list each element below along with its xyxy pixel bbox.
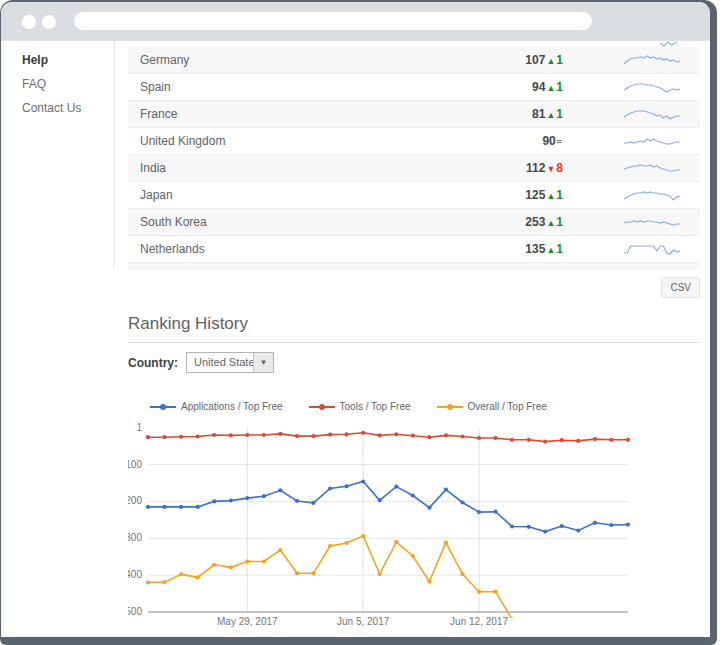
table-row[interactable]: United Kingdom90=	[128, 128, 700, 155]
up-indicator-icon: ▲	[545, 110, 556, 120]
sparkline-chart	[624, 107, 680, 121]
ranking-history-chart: 1100200300400500May 29, 2017Jun 5, 2017J…	[128, 422, 700, 637]
rank-value: 125▲1	[463, 188, 563, 202]
table-row[interactable]: Germany107▲1	[128, 47, 700, 74]
sparkline-chart	[624, 215, 680, 229]
browser-window: Help FAQ Contact Us Germany107▲1Spain94▲…	[1, 2, 710, 637]
sparkline-chart	[624, 242, 680, 256]
legend-item[interactable]: Overall / Top Free	[437, 401, 547, 412]
rank-change: 1	[556, 80, 563, 94]
up-indicator-icon: ▲	[545, 245, 556, 255]
svg-text:1: 1	[136, 422, 142, 433]
legend-item[interactable]: Applications / Top Free	[150, 401, 283, 412]
sparkline-fragment	[660, 41, 678, 47]
rank-value: 107▲1	[463, 53, 563, 67]
country-name: South Korea	[128, 215, 463, 229]
browser-frame: Help FAQ Contact Us Germany107▲1Spain94▲…	[0, 0, 717, 645]
table-row[interactable]: Spain94▲1	[128, 74, 700, 101]
table-partial-row-top	[128, 41, 700, 47]
legend-marker-icon	[150, 403, 176, 410]
sidebar-item-contact-us[interactable]: Contact Us	[1, 96, 114, 120]
svg-text:May 29, 2017: May 29, 2017	[217, 616, 278, 627]
ranking-history-title: Ranking History	[128, 314, 700, 343]
sparkline-chart	[624, 80, 680, 94]
table-row[interactable]: India112▼8	[128, 155, 700, 182]
sparkline-cell	[563, 80, 700, 94]
rank-change: 1	[556, 107, 563, 121]
window-control-dot[interactable]	[42, 15, 56, 29]
sidebar-item-help[interactable]: Help	[1, 48, 114, 72]
legend-label: Overall / Top Free	[468, 401, 547, 412]
main-panel: Germany107▲1Spain94▲1France81▲1United Ki…	[128, 41, 700, 637]
rank-change: 1	[556, 53, 563, 67]
up-indicator-icon: ▲	[545, 218, 556, 228]
rank-value: 81▲1	[463, 107, 563, 121]
sparkline-cell	[563, 215, 700, 229]
up-indicator-icon: ▲	[545, 56, 556, 66]
sparkline-cell	[563, 161, 700, 175]
rank-value: 90=	[463, 134, 563, 148]
country-name: France	[128, 107, 463, 121]
url-bar[interactable]	[74, 12, 592, 30]
chevron-down-icon[interactable]: ▼	[253, 353, 273, 372]
country-select[interactable]: United States ▼	[186, 352, 274, 373]
csv-row: CSV	[128, 277, 700, 298]
rank-value: 112▼8	[463, 161, 563, 175]
svg-text:200: 200	[128, 495, 142, 506]
sidebar: Help FAQ Contact Us	[1, 41, 115, 267]
rank-value: 94▲1	[463, 80, 563, 94]
rank-value: 135▲1	[463, 242, 563, 256]
window-control-dot[interactable]	[22, 15, 36, 29]
down-indicator-icon: ▼	[545, 164, 556, 174]
same-indicator-icon: =	[556, 137, 563, 147]
legend-marker-icon	[309, 403, 335, 410]
table-row[interactable]: Netherlands135▲1	[128, 236, 700, 263]
country-name: Japan	[128, 188, 463, 202]
svg-text:500: 500	[128, 606, 142, 617]
country-name: Netherlands	[128, 242, 463, 256]
rank-value: 253▲1	[463, 215, 563, 229]
country-ranking-table: Germany107▲1Spain94▲1France81▲1United Ki…	[128, 47, 700, 263]
rank-change: 8	[556, 161, 563, 175]
sparkline-chart	[624, 188, 680, 202]
svg-text:400: 400	[128, 569, 142, 580]
sparkline-cell	[563, 134, 700, 148]
country-name: India	[128, 161, 463, 175]
legend-label: Applications / Top Free	[181, 401, 283, 412]
country-name: Spain	[128, 80, 463, 94]
country-name: Germany	[128, 53, 463, 67]
table-partial-row-bottom	[128, 263, 700, 270]
svg-text:Jun 5, 2017: Jun 5, 2017	[337, 616, 390, 627]
legend-item[interactable]: Tools / Top Free	[309, 401, 411, 412]
rank-change: 1	[556, 188, 563, 202]
legend-marker-icon	[437, 403, 463, 410]
sidebar-item-faq[interactable]: FAQ	[1, 72, 114, 96]
rank-change: 1	[556, 215, 563, 229]
country-label: Country:	[128, 356, 178, 370]
sparkline-cell	[563, 107, 700, 121]
csv-export-button[interactable]: CSV	[661, 277, 700, 298]
chart-legend: Applications / Top FreeTools / Top FreeO…	[150, 401, 700, 412]
sparkline-chart	[624, 134, 680, 148]
sparkline-chart	[624, 161, 680, 175]
country-select-value: United States	[194, 356, 260, 368]
sparkline-cell	[563, 188, 700, 202]
browser-chrome	[1, 2, 710, 40]
svg-text:Jun 12, 2017: Jun 12, 2017	[450, 616, 508, 627]
rank-change: 1	[556, 242, 563, 256]
page-content: Help FAQ Contact Us Germany107▲1Spain94▲…	[1, 40, 710, 637]
svg-text:300: 300	[128, 532, 142, 543]
sparkline-cell	[563, 242, 700, 256]
up-indicator-icon: ▲	[545, 83, 556, 93]
svg-text:100: 100	[128, 459, 142, 470]
table-row[interactable]: France81▲1	[128, 101, 700, 128]
sparkline-cell	[563, 53, 700, 67]
legend-label: Tools / Top Free	[340, 401, 411, 412]
country-name: United Kingdom	[128, 134, 463, 148]
sparkline-chart	[624, 53, 680, 67]
up-indicator-icon: ▲	[545, 191, 556, 201]
country-filter-row: Country: United States ▼	[128, 352, 700, 373]
table-row[interactable]: South Korea253▲1	[128, 209, 700, 236]
table-row[interactable]: Japan125▲1	[128, 182, 700, 209]
